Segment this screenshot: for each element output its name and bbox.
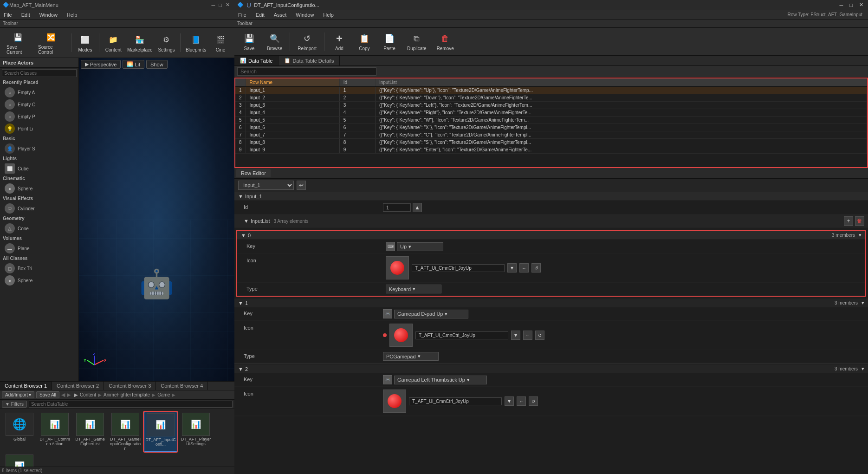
- dt-search-input[interactable]: [237, 67, 376, 76]
- breadcrumb-content[interactable]: Content: [80, 392, 96, 397]
- settings-button[interactable]: ⚙ Settings: [156, 32, 176, 54]
- asset-player-ui[interactable]: 📊 DT_AFT_PlayerUISettings: [179, 412, 213, 452]
- actor-item-plane[interactable]: ▬ Plane: [0, 242, 78, 254]
- content-search-input[interactable]: [29, 401, 233, 408]
- actor-item-boxtrig[interactable]: ◻ Box Tri: [0, 262, 78, 274]
- dt-menu-file[interactable]: File: [236, 11, 248, 19]
- menu-window[interactable]: Window: [38, 11, 59, 19]
- asset-game-config[interactable]: 📊 DT_AFT_GameInputConfiguration: [109, 412, 142, 452]
- volumes-category[interactable]: Volumes: [0, 234, 78, 242]
- input1-section-header[interactable]: ▼ Input_1: [234, 192, 868, 201]
- table-row[interactable]: 4 Input_4 4 ({"Key": {"KeyName": "Right"…: [235, 109, 867, 117]
- maximize-icon[interactable]: □: [217, 2, 224, 8]
- cb-tab-2[interactable]: Content Browser 2: [52, 382, 104, 390]
- actor-item-player[interactable]: 👤 Player S: [0, 143, 78, 155]
- blueprints-button[interactable]: 📘 Blueprints: [184, 32, 207, 54]
- element-0-header[interactable]: ▼ 0 3 members ▾: [237, 231, 865, 240]
- actor-item-empty-a[interactable]: ○ Empty A: [0, 86, 78, 98]
- table-row[interactable]: 3 Input_3 3 ({"Key": {"KeyName": "Left"}…: [235, 102, 867, 109]
- actor-item-sphere-1[interactable]: ● Sphere: [0, 182, 78, 195]
- actor-item-cube[interactable]: ⬜ Cube: [0, 162, 78, 175]
- close-icon[interactable]: ✕: [224, 2, 232, 8]
- element-1-header[interactable]: ▼ 1 3 members ▾: [234, 299, 868, 307]
- actor-item-empty-p[interactable]: ○ Empty P: [0, 110, 78, 123]
- all-classes-category[interactable]: All Classes: [0, 254, 78, 262]
- dt-menu-help[interactable]: Help: [321, 11, 336, 19]
- dt-copy-button[interactable]: 📋 Copy: [353, 30, 376, 53]
- geometry-category[interactable]: Geometry: [0, 214, 78, 222]
- id-spin-up[interactable]: ▲: [413, 203, 422, 212]
- texture-name-0[interactable]: [412, 264, 505, 272]
- table-row[interactable]: 6 Input_6 6 ({"Key": {"KeyName": "X"}, "…: [235, 124, 867, 131]
- dt-browse-button[interactable]: 🔍 Browse: [263, 30, 286, 53]
- row-reset-button[interactable]: ↩: [297, 181, 306, 190]
- marketplace-button[interactable]: 🏪 Marketplace: [126, 32, 153, 54]
- show-button[interactable]: Show: [146, 60, 168, 69]
- cb-tab-3[interactable]: Content Browser 3: [104, 382, 156, 390]
- viewport[interactable]: 🤖 ▶ Perspective 🌅 Lit: [79, 58, 234, 381]
- actor-item-empty-c[interactable]: ○ Empty C: [0, 98, 78, 110]
- asset-global[interactable]: 🌐 Global: [3, 412, 36, 452]
- nav-forward[interactable]: ▶: [67, 392, 71, 398]
- breadcrumb-animefighter[interactable]: AnimeFighterTemplate: [104, 392, 150, 397]
- menu-file[interactable]: File: [2, 11, 14, 19]
- source-control-button[interactable]: 🔀 Source Control: [35, 29, 67, 57]
- cb-tab-4[interactable]: Content Browser 4: [156, 382, 208, 390]
- filters-button[interactable]: ▼ Filters: [2, 401, 27, 408]
- search-classes-input[interactable]: [2, 69, 77, 77]
- key-dropdown-1[interactable]: Gamepad D-pad Up ▾: [394, 310, 468, 318]
- texture-arrow-0[interactable]: ←: [519, 263, 529, 273]
- asset-common-action[interactable]: 📊 DT_AFT_Common Action: [38, 412, 71, 452]
- visual-effects-category[interactable]: Visual Effects: [0, 195, 78, 202]
- key-dropdown-2[interactable]: Gamepad Left Thumbstick Up ▾: [394, 376, 487, 384]
- table-row[interactable]: 9 Input_9 9 ({"Key": {"KeyName": "Enter"…: [235, 146, 867, 154]
- dt-add-button[interactable]: + Add: [328, 30, 350, 53]
- breadcrumb-game[interactable]: Game: [157, 392, 170, 397]
- dt-menu-window[interactable]: Window: [294, 11, 316, 19]
- actor-item-cylinder[interactable]: ⬭ Cylinder: [0, 202, 78, 214]
- menu-help[interactable]: Help: [65, 11, 79, 19]
- texture-dropdown-2[interactable]: ▾: [505, 396, 514, 406]
- dt-menu-edit[interactable]: Edit: [254, 11, 266, 19]
- texture-search-0[interactable]: ↺: [531, 263, 541, 273]
- texture-name-1[interactable]: [415, 331, 508, 339]
- row-editor-tab[interactable]: Row Editor: [236, 169, 271, 177]
- asset-fighter-list[interactable]: 📊 DT_AFT_GameFighterList: [73, 412, 107, 452]
- data-table-details-tab[interactable]: 📋 Data Table Details: [279, 56, 340, 65]
- table-row[interactable]: 8 Input_8 8 ({"Key": {"KeyName": "S"}, "…: [235, 139, 867, 146]
- basic-category[interactable]: Basic: [0, 135, 78, 143]
- data-table-tab[interactable]: 📊 Data Table: [234, 56, 279, 65]
- remove-element-button[interactable]: 🗑: [855, 216, 864, 226]
- actor-item-cone[interactable]: △ Cone: [0, 222, 78, 234]
- table-row[interactable]: 5 Input_5 5 ({"Key": {"KeyName": "W"}, "…: [235, 117, 867, 124]
- dt-close-icon[interactable]: ✕: [857, 2, 865, 8]
- lit-button[interactable]: 🌅 Lit: [123, 60, 144, 69]
- texture-search-1[interactable]: ↺: [535, 331, 544, 340]
- type-dropdown-0[interactable]: Keyboard ▾: [386, 285, 441, 293]
- texture-arrow-2[interactable]: ←: [517, 396, 526, 406]
- dt-save-button[interactable]: 💾 Save: [238, 30, 260, 53]
- lights-category[interactable]: Lights: [0, 155, 78, 162]
- element-2-header[interactable]: ▼ 2 3 members ▾: [234, 364, 868, 373]
- save-current-button[interactable]: 💾 Save Current: [4, 29, 32, 57]
- actor-item-sphere-2[interactable]: ● Sphere: [0, 274, 78, 286]
- dt-minimize-icon[interactable]: ─: [838, 2, 845, 8]
- save-all-button[interactable]: Save All: [36, 391, 59, 398]
- dt-remove-button[interactable]: 🗑 Remove: [433, 30, 458, 53]
- texture-dropdown-1[interactable]: ▾: [511, 331, 520, 340]
- id-input[interactable]: [383, 203, 411, 212]
- texture-arrow-1[interactable]: ←: [523, 331, 532, 340]
- row-selector-dropdown[interactable]: Input_1: [238, 181, 294, 190]
- col-row-name[interactable]: Row Name: [246, 78, 339, 87]
- asset-input-config[interactable]: 📊 DT_AFT_InputConfi...: [144, 412, 177, 452]
- texture-dropdown-0[interactable]: ▾: [507, 263, 517, 273]
- col-inputlist[interactable]: InputList: [375, 78, 867, 87]
- key-dropdown-0[interactable]: Up ▾: [397, 242, 443, 251]
- table-row[interactable]: 1 Input_1 1 ({"Key": {"KeyName": "Up"}, …: [235, 87, 867, 94]
- type-dropdown-1[interactable]: PCGamepad ▾: [383, 352, 439, 361]
- perspective-button[interactable]: ▶ Perspective: [81, 60, 121, 69]
- dt-maximize-icon[interactable]: □: [848, 2, 855, 8]
- col-id[interactable]: Id: [339, 78, 375, 87]
- menu-edit[interactable]: Edit: [19, 11, 32, 19]
- recently-placed-category[interactable]: Recently Placed: [0, 78, 78, 86]
